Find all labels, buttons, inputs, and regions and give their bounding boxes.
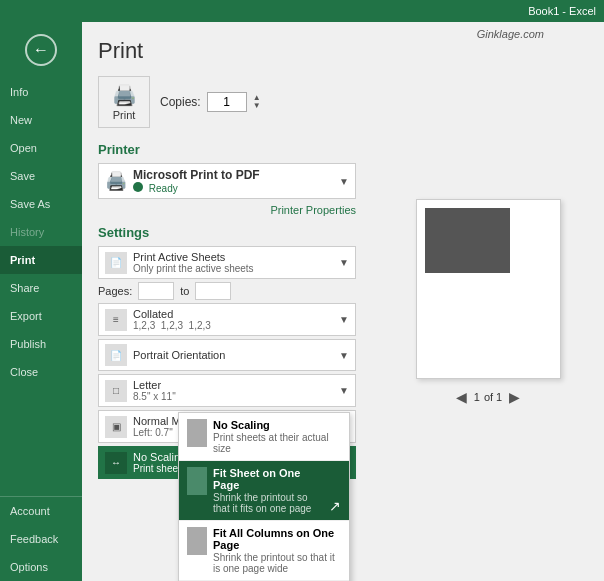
prev-page-button[interactable]: ◀	[453, 389, 470, 405]
print-title: Print	[98, 38, 356, 64]
sidebar-item-account[interactable]: Account	[0, 497, 82, 525]
collation-selector[interactable]: ≡ Collated 1,2,3 1,2,3 1,2,3 ▼	[98, 303, 356, 336]
preview-panel: ◀ 1 of 1 ▶	[372, 22, 604, 581]
copies-label: Copies:	[160, 95, 201, 109]
scaling-option-fit-sheet[interactable]: Fit Sheet on One Page Shrink the printou…	[179, 461, 349, 521]
print-what-icon: 📄	[105, 252, 127, 274]
printer-dropdown-arrow: ▼	[339, 176, 349, 187]
title-bar: Book1 - Excel	[0, 0, 604, 22]
orientation-selector[interactable]: 📄 Portrait Orientation ▼	[98, 339, 356, 371]
sidebar: ← Info New Open Save Save As History Pri…	[0, 22, 82, 581]
fit-columns-title: Fit All Columns on One Page	[213, 527, 341, 551]
copies-down-arrow[interactable]: ▼	[253, 102, 261, 110]
sidebar-item-history: History	[0, 218, 82, 246]
next-page-button[interactable]: ▶	[506, 389, 523, 405]
current-page: 1	[474, 391, 480, 403]
scaling-option-no-scaling[interactable]: No Scaling Print sheets at their actual …	[179, 413, 349, 461]
fit-columns-icon	[187, 527, 207, 555]
paper-arrow: ▼	[339, 385, 349, 396]
sidebar-item-open[interactable]: Open	[0, 134, 82, 162]
printer-status: Ready	[133, 182, 333, 194]
fit-sheet-cursor: ↗	[329, 498, 341, 514]
scaling-dropdown: No Scaling Print sheets at their actual …	[178, 412, 350, 581]
scaling-icon: ↔	[105, 452, 127, 474]
orientation-arrow: ▼	[339, 350, 349, 361]
sidebar-item-options[interactable]: Options	[0, 553, 82, 581]
title-text: Book1 - Excel	[528, 5, 596, 17]
pages-label: Pages:	[98, 285, 132, 297]
margins-icon: ▣	[105, 416, 127, 438]
sidebar-item-save[interactable]: Save	[0, 162, 82, 190]
settings-section-title: Settings	[98, 225, 356, 240]
paper-sub: 8.5" x 11"	[133, 391, 333, 402]
sidebar-item-save-as[interactable]: Save As	[0, 190, 82, 218]
sidebar-item-print[interactable]: Print	[0, 246, 82, 274]
pages-to-input[interactable]	[195, 282, 231, 300]
pages-to-label: to	[180, 285, 189, 297]
sidebar-item-feedback[interactable]: Feedback	[0, 525, 82, 553]
printer-name: Microsoft Print to PDF	[133, 168, 333, 182]
collation-icon: ≡	[105, 309, 127, 331]
printer-icon: 🖨️	[105, 170, 127, 192]
collation-arrow: ▼	[339, 314, 349, 325]
preview-content	[425, 208, 510, 273]
preview-page	[416, 199, 561, 379]
watermark: Ginklage.com	[477, 28, 544, 40]
copies-input[interactable]	[207, 92, 247, 112]
print-what-sub: Only print the active sheets	[133, 263, 333, 274]
paper-icon: □	[105, 380, 127, 402]
collation-main: Collated	[133, 308, 333, 320]
print-what-arrow: ▼	[339, 257, 349, 268]
print-what-main: Print Active Sheets	[133, 251, 333, 263]
fit-sheet-icon	[187, 467, 207, 495]
fit-columns-desc: Shrink the printout so that it is one pa…	[213, 552, 341, 574]
print-what-selector[interactable]: 📄 Print Active Sheets Only print the act…	[98, 246, 356, 279]
pages-row: Pages: to	[98, 282, 356, 300]
no-scaling-icon	[187, 419, 207, 447]
back-button[interactable]: ←	[0, 22, 82, 78]
paper-main: Letter	[133, 379, 333, 391]
fit-sheet-title: Fit Sheet on One Page	[213, 467, 323, 491]
preview-nav: ◀ 1 of 1 ▶	[453, 389, 523, 405]
no-scaling-title: No Scaling	[213, 419, 341, 431]
sidebar-item-close[interactable]: Close	[0, 358, 82, 386]
page-of-label: of 1	[484, 391, 502, 403]
scaling-option-fit-columns[interactable]: Fit All Columns on One Page Shrink the p…	[179, 521, 349, 581]
sidebar-item-export[interactable]: Export	[0, 302, 82, 330]
printer-section-title: Printer	[98, 142, 356, 157]
collation-sub: 1,2,3 1,2,3 1,2,3	[133, 320, 333, 331]
sidebar-item-share[interactable]: Share	[0, 274, 82, 302]
printer-properties-link[interactable]: Printer Properties	[270, 204, 356, 216]
paper-size-selector[interactable]: □ Letter 8.5" x 11" ▼	[98, 374, 356, 407]
pages-from-input[interactable]	[138, 282, 174, 300]
sidebar-item-new[interactable]: New	[0, 106, 82, 134]
print-button[interactable]: 🖨️ Print	[98, 76, 150, 128]
orientation-icon: 📄	[105, 344, 127, 366]
no-scaling-desc: Print sheets at their actual size	[213, 432, 341, 454]
sidebar-item-info[interactable]: Info	[0, 78, 82, 106]
sidebar-item-publish[interactable]: Publish	[0, 330, 82, 358]
orientation-main: Portrait Orientation	[133, 349, 333, 361]
fit-sheet-desc: Shrink the printout so that it fits on o…	[213, 492, 323, 514]
printer-selector[interactable]: 🖨️ Microsoft Print to PDF Ready ▼	[98, 163, 356, 199]
